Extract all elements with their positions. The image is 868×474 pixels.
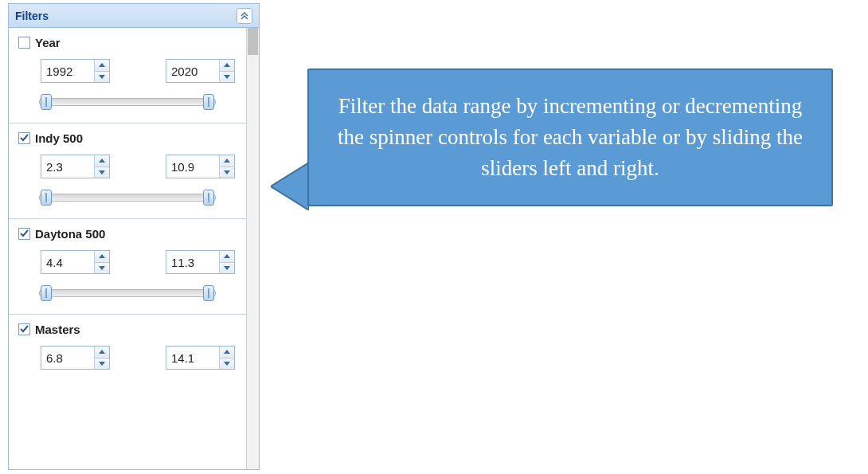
caret-down-icon [224,362,230,366]
spinner-year-max[interactable]: 2020 [166,59,235,83]
filter-block-daytona-500: Daytona 500 4.4 11.3 [9,219,246,315]
range-slider-indy-500[interactable] [39,190,216,206]
caret-down-icon [224,266,230,270]
caret-down-icon [99,75,105,79]
spinner-masters-min[interactable]: 6.8 [41,346,110,370]
spinner-daytona-500-min[interactable]: 4.4 [41,250,110,274]
caret-up-icon [99,63,105,67]
slider-track [39,289,216,297]
panel-body: Year 1992 2020 [9,28,246,469]
caret-down-icon [99,266,105,270]
filter-label: Masters [35,323,80,336]
spinner-value: 1992 [41,60,94,82]
filter-block-indy-500: Indy 500 2.3 10.9 [9,123,246,219]
chevron-double-up-icon [240,12,248,20]
spinner-up-button[interactable] [220,155,234,167]
range-slider-daytona-500[interactable] [39,285,216,301]
filter-label: Daytona 500 [35,227,105,241]
spinner-value: 14.1 [166,347,219,369]
range-slider-year[interactable] [39,94,216,110]
callout-text: Filter the data range by incrementing or… [307,69,833,206]
spinner-down-button[interactable] [95,263,109,274]
collapse-button[interactable] [237,8,252,24]
scrollbar[interactable] [246,28,259,469]
spinner-down-button[interactable] [95,358,109,370]
slider-handle-max[interactable] [203,190,214,206]
spinner-value: 10.9 [166,155,219,178]
caret-up-icon [224,350,230,354]
spinner-down-button[interactable] [220,358,234,370]
checkbox-year[interactable] [18,37,30,49]
caret-up-icon [224,254,230,258]
checkbox-indy-500[interactable] [18,132,30,144]
panel-title: Filters [15,10,49,22]
caret-up-icon [99,159,105,163]
spinner-down-button[interactable] [220,72,234,83]
spinner-down-button[interactable] [220,263,234,274]
spinner-value: 11.3 [166,251,219,273]
slider-handle-min[interactable] [41,94,52,110]
spinner-indy-500-min[interactable]: 2.3 [41,155,110,178]
spinner-value: 2020 [166,60,219,82]
slider-handle-max[interactable] [203,285,214,301]
svg-marker-0 [271,163,309,210]
spinner-down-button[interactable] [95,167,109,178]
caret-down-icon [99,170,105,174]
spinner-down-button[interactable] [220,167,234,178]
caret-up-icon [224,159,230,163]
spinner-year-min[interactable]: 1992 [41,59,110,83]
callout-tail [271,163,309,210]
caret-up-icon [224,63,230,67]
slider-handle-min[interactable] [41,285,52,301]
callout: Filter the data range by incrementing or… [307,69,833,206]
filter-block-masters: Masters 6.8 14.1 [9,315,246,394]
spinner-value: 4.4 [41,251,94,273]
spinner-indy-500-max[interactable]: 10.9 [166,155,235,178]
filters-panel: Filters Year 1992 [8,3,260,470]
slider-track [39,194,216,202]
checkbox-daytona-500[interactable] [18,228,30,240]
slider-track [39,98,216,106]
spinner-up-button[interactable] [95,347,109,358]
spinner-value: 2.3 [41,155,94,178]
spinner-daytona-500-max[interactable]: 11.3 [166,250,235,274]
filter-block-year: Year 1992 2020 [9,28,246,123]
spinner-up-button[interactable] [220,60,234,72]
caret-down-icon [99,362,105,366]
spinner-masters-max[interactable]: 14.1 [166,346,235,370]
panel-header: Filters [9,4,259,28]
spinner-down-button[interactable] [95,72,109,83]
filter-label: Year [35,36,61,49]
checkbox-masters[interactable] [18,323,30,335]
spinner-up-button[interactable] [95,251,109,263]
spinner-up-button[interactable] [220,251,234,263]
spinner-up-button[interactable] [95,60,109,72]
caret-down-icon [224,75,230,79]
spinner-up-button[interactable] [95,155,109,167]
caret-up-icon [99,350,105,354]
slider-handle-min[interactable] [41,190,52,206]
spinner-value: 6.8 [41,347,94,369]
caret-up-icon [99,254,105,258]
filter-label: Indy 500 [35,131,83,145]
slider-handle-max[interactable] [203,94,214,110]
spinner-up-button[interactable] [220,347,234,358]
scrollbar-thumb[interactable] [248,28,258,55]
caret-down-icon [224,170,230,174]
